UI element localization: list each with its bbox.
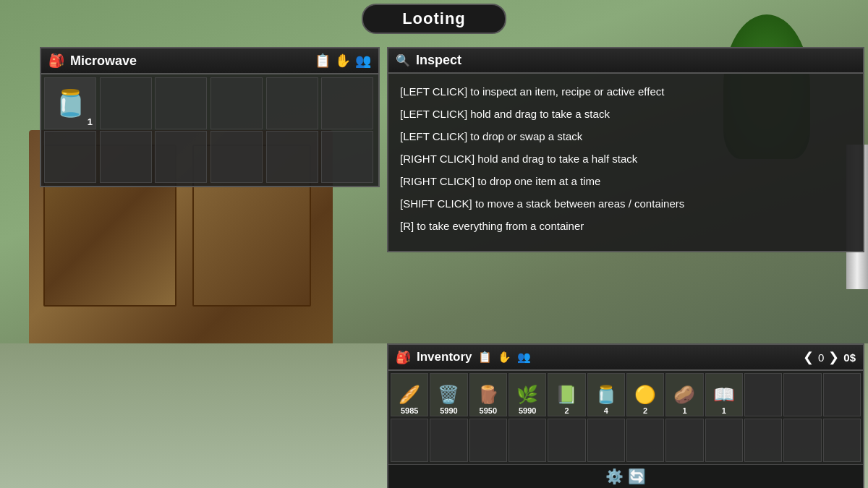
inventory-icon: 🎒 [396,350,411,365]
grid-cell-7[interactable] [100,131,152,183]
inv-cell-11[interactable] [823,373,861,416]
inv-icon-7: 🥔 [673,386,695,403]
inv-cell-3[interactable]: 🌿 5990 [509,373,546,416]
loot-all-icon[interactable]: ✋ [335,53,351,69]
money-display: 0$ [843,351,856,364]
prev-page-button[interactable]: ❮ [803,349,814,365]
title-text: Looting [402,9,466,27]
inv-cell-r2-11[interactable] [823,419,861,462]
group-icon[interactable]: 👥 [355,53,371,69]
inventory-grid-row2 [388,419,863,464]
inv-cell-r2-8[interactable] [705,419,743,462]
inspect-line-5: [SHIFT CLICK] to move a stack between ar… [400,196,851,211]
inventory-grid-row1: 🥖 5985 🗑️ 5990 🪵 5950 🌿 5990 📗 2 🫙 4 🟡 2 [388,371,863,419]
inv-count-0: 5985 [391,406,427,415]
inspect-panel: 🔍 Inspect [LEFT CLICK] to inspect an ite… [387,47,864,252]
inv-sort-icon[interactable]: 📋 [478,351,492,364]
item-count-0: 1 [88,116,93,127]
inventory-title-group: 🎒 Inventory 📋 ✋ 👥 [396,350,531,365]
inv-cell-r2-1[interactable] [430,419,467,462]
inspect-header: 🔍 Inspect [388,48,863,74]
inv-cell-6[interactable]: 🟡 2 [626,373,664,416]
inv-cell-1[interactable]: 🗑️ 5990 [430,373,467,416]
container-header: 🎒 Microwave 📋 ✋ 👥 [41,48,378,74]
grid-cell-2[interactable] [155,77,207,129]
inv-cell-r2-10[interactable] [783,419,821,462]
grid-cell-10[interactable] [266,131,318,183]
inv-cell-8[interactable]: 📖 1 [705,373,743,416]
inv-icon-0: 🥖 [399,386,420,403]
inv-icon-3: 🌿 [516,386,538,403]
inv-cell-5[interactable]: 🫙 4 [587,373,625,416]
inv-count-2: 5950 [470,406,506,415]
settings-icon[interactable]: ⚙️ [605,468,624,485]
grid-cell-8[interactable] [155,131,207,183]
inv-count-1: 5990 [430,406,467,415]
grid-cell-4[interactable] [266,77,318,129]
inv-cell-10[interactable] [783,373,821,416]
inspect-line-0: [LEFT CLICK] to inspect an item, recipe … [400,84,851,99]
inv-icon-6: 🟡 [634,386,656,403]
grid-cell-3[interactable] [210,77,263,129]
inv-cell-r2-5[interactable] [587,419,625,462]
container-panel: 🎒 Microwave 📋 ✋ 👥 🫙 1 [40,47,380,187]
inv-count-7: 1 [666,406,702,415]
inspect-icon: 🔍 [396,53,410,67]
sort-icon[interactable]: 📋 [315,53,331,69]
container-title: 🎒 Microwave [48,53,137,69]
container-action-icons: 📋 ✋ 👥 [315,53,371,69]
inv-cell-r2-4[interactable] [548,419,585,462]
grid-cell-11[interactable] [321,131,373,183]
inspect-line-4: [RIGHT CLICK] to drop one item at a time [400,174,851,189]
inv-count-3: 5990 [509,406,545,415]
inv-group-icon[interactable]: 👥 [517,351,531,364]
grid-cell-9[interactable] [210,131,263,183]
inventory-title-text: Inventory [417,350,472,364]
inspect-line-2: [LEFT CLICK] to drop or swap a stack [400,129,851,144]
inspect-line-1: [LEFT CLICK] hold and drag to take a sta… [400,106,851,121]
container-icon: 🎒 [48,53,64,69]
inv-cell-r2-9[interactable] [744,419,782,462]
inv-count-6: 2 [627,406,663,415]
inventory-panel: 🎒 Inventory 📋 ✋ 👥 ❮ 0 ❯ 0$ 🥖 5985 🗑️ 599… [387,343,864,488]
inventory-header: 🎒 Inventory 📋 ✋ 👥 ❮ 0 ❯ 0$ [388,345,863,371]
inv-cell-r2-6[interactable] [626,419,664,462]
item-icon-0: 🫙 [54,88,87,119]
inspect-line-3: [RIGHT CLICK] hold and drag to take a ha… [400,151,851,166]
page-number: 0 [818,351,824,364]
inv-icon-5: 🫙 [595,386,617,403]
settings-icon2[interactable]: 🔄 [628,468,646,485]
inv-cell-r2-7[interactable] [665,419,703,462]
inventory-controls: ❮ 0 ❯ 0$ [803,349,856,365]
grid-cell-0[interactable]: 🫙 1 [44,77,96,129]
inv-cell-r2-2[interactable] [469,419,507,462]
inv-count-5: 4 [588,406,624,415]
settings-row: ⚙️ 🔄 [388,464,863,488]
inv-cell-0[interactable]: 🥖 5985 [391,373,428,416]
inspect-line-6: [R] to take everything from a container [400,218,851,234]
inv-cell-4[interactable]: 📗 2 [548,373,585,416]
grid-cell-5[interactable] [321,77,373,129]
inspect-title: Inspect [416,53,461,68]
inv-icon-4: 📗 [556,386,577,403]
inv-cell-r2-0[interactable] [391,419,428,462]
inv-icon-1: 🗑️ [438,386,459,403]
inv-count-8: 1 [706,406,742,415]
inv-loot-icon[interactable]: ✋ [498,351,511,364]
inv-icon-2: 🪵 [477,386,499,403]
container-grid: 🫙 1 [41,74,378,186]
inv-cell-r2-3[interactable] [509,419,546,462]
inv-count-4: 2 [548,406,584,415]
inv-icon-8: 📖 [713,386,735,403]
next-page-button[interactable]: ❯ [828,349,839,365]
container-name: Microwave [70,53,137,69]
inv-cell-7[interactable]: 🥔 1 [665,373,703,416]
inspect-content: [LEFT CLICK] to inspect an item, recipe … [388,74,863,251]
inv-cell-2[interactable]: 🪵 5950 [469,373,507,416]
grid-cell-6[interactable] [44,131,96,183]
title-bar: Looting [362,4,506,34]
grid-cell-1[interactable] [100,77,152,129]
inv-cell-9[interactable] [744,373,782,416]
